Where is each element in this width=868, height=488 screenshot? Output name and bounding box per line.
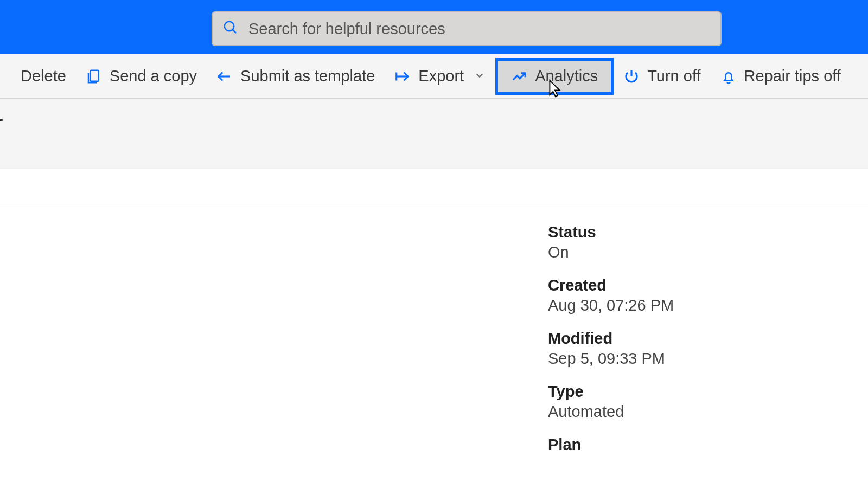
arrow-left-icon <box>216 68 233 85</box>
chevron-down-icon <box>474 67 486 85</box>
modified-label: Modified <box>548 330 868 348</box>
separator <box>0 169 868 206</box>
svg-rect-2 <box>91 70 99 81</box>
export-button[interactable]: Export <box>385 58 495 95</box>
detail-status: Status On <box>548 223 868 261</box>
submit-template-button[interactable]: Submit as template <box>207 58 385 95</box>
delete-button[interactable]: Delete <box>11 58 76 95</box>
plan-label: Plan <box>548 436 868 454</box>
type-label: Type <box>548 383 868 401</box>
created-value: Aug 30, 07:26 PM <box>548 297 868 314</box>
details-pane: Status On Created Aug 30, 07:26 PM Modif… <box>0 206 868 454</box>
export-label: Export <box>418 67 464 85</box>
analytics-label: Analytics <box>535 67 598 85</box>
search-icon <box>222 20 239 38</box>
export-icon <box>394 68 411 85</box>
repair-tips-label: Repair tips off <box>744 67 841 85</box>
page-title: r <box>0 112 3 133</box>
svg-point-0 <box>225 22 234 31</box>
detail-created: Created Aug 30, 07:26 PM <box>548 277 868 314</box>
send-copy-label: Send a copy <box>110 67 197 85</box>
analytics-icon <box>511 68 527 85</box>
detail-type: Type Automated <box>548 383 868 421</box>
copy-icon <box>86 68 102 85</box>
search-box[interactable] <box>212 11 722 46</box>
page-title-area: r <box>0 99 868 169</box>
status-value: On <box>548 243 868 261</box>
svg-line-1 <box>233 30 236 33</box>
type-value: Automated <box>548 403 868 421</box>
command-bar: Delete Send a copy Submit as template Ex… <box>0 54 868 99</box>
bell-icon <box>720 68 737 85</box>
detail-modified: Modified Sep 5, 09:33 PM <box>548 330 868 368</box>
turn-off-button[interactable]: Turn off <box>614 58 710 95</box>
send-copy-button[interactable]: Send a copy <box>76 58 207 95</box>
turn-off-label: Turn off <box>647 67 700 85</box>
detail-plan: Plan <box>548 436 868 454</box>
modified-value: Sep 5, 09:33 PM <box>548 350 868 368</box>
search-input[interactable] <box>248 20 711 38</box>
power-icon <box>623 68 640 85</box>
app-header <box>0 0 868 54</box>
analytics-button[interactable]: Analytics <box>495 58 614 95</box>
submit-template-label: Submit as template <box>240 67 375 85</box>
status-label: Status <box>548 223 868 241</box>
created-label: Created <box>548 277 868 294</box>
delete-label: Delete <box>21 67 66 85</box>
repair-tips-button[interactable]: Repair tips off <box>711 58 851 95</box>
